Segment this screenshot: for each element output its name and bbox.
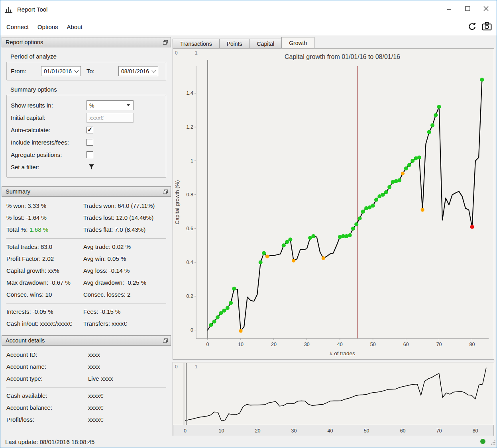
summary-options-group: Summary options Show results in: % Initi… <box>6 86 166 178</box>
account-id-value: xxxx <box>88 349 166 361</box>
avg-drawdown: Avg drawdown: -0.25 % <box>83 277 166 289</box>
status-bar: Last update: 08/01/2016 18:08:45 <box>0 436 497 448</box>
divider <box>6 303 166 303</box>
svg-text:1.4: 1.4 <box>187 90 193 96</box>
summary-row: Profit Factor: 2.02 Avg win: 0.05 % <box>2 253 171 265</box>
resize-grip[interactable] <box>490 440 496 447</box>
range-min-label: 0 <box>175 364 178 370</box>
chevron-down-icon <box>127 104 130 106</box>
to-label: To: <box>86 68 100 74</box>
initial-capital-label: Initial capital: <box>11 114 86 121</box>
tab-capital[interactable]: Capital <box>249 39 282 48</box>
menu-connect[interactable]: Connect <box>2 21 33 33</box>
show-results-dropdown[interactable]: % <box>86 100 134 110</box>
account-row: Account type: Live-xxxx <box>2 373 171 385</box>
trades-won: Trades won: 64.0 (77.11%) <box>83 200 166 212</box>
total-pct-value: 1.68 % <box>29 226 48 233</box>
auto-calculate-checkbox[interactable] <box>86 127 93 133</box>
overview-plot[interactable]: 01020304050607080 <box>173 362 494 436</box>
consec-wins: Consec. wins: 10 <box>6 289 83 301</box>
svg-text:0: 0 <box>206 342 209 347</box>
account-name-value: xxxx <box>88 361 166 373</box>
svg-text:70: 70 <box>436 428 442 434</box>
chart-overview[interactable]: 0 1 01020304050607080 <box>173 362 494 436</box>
aggregate-positions-checkbox[interactable] <box>86 151 93 158</box>
svg-text:0.2: 0.2 <box>187 293 193 299</box>
summary-row: Cash in/out: xxxx€/xxxx€ Transfers: xxxx… <box>2 318 171 330</box>
account-row: Account name: xxxx <box>2 361 171 373</box>
cash-available-label: Cash available: <box>6 390 88 402</box>
period-group: Period of analyze From: 01/01/2016 To: 0… <box>6 53 166 80</box>
svg-text:Capital growth (%): Capital growth (%) <box>174 180 180 224</box>
svg-text:0: 0 <box>184 428 187 434</box>
include-interests-fees-checkbox[interactable] <box>86 139 93 146</box>
svg-text:10: 10 <box>238 342 244 347</box>
window-title: Report Tool <box>17 6 47 13</box>
profit-factor: Profit Factor: 2.02 <box>6 253 83 265</box>
camera-icon[interactable] <box>482 22 492 31</box>
set-filter-label: Set a filter: <box>11 164 86 170</box>
avg-trade: Avg trade: 0.02 % <box>83 241 166 253</box>
minimize-button[interactable] <box>440 0 458 16</box>
summary-row: % won: 3.33 % Trades won: 64.0 (77.11%) <box>2 200 171 212</box>
svg-text:30: 30 <box>291 428 297 434</box>
filter-icon[interactable] <box>88 164 95 170</box>
menu-options[interactable]: Options <box>33 21 63 33</box>
svg-text:0: 0 <box>191 327 193 333</box>
summary-content: % won: 3.33 % Trades won: 64.0 (77.11%) … <box>2 200 171 330</box>
svg-text:40: 40 <box>328 428 333 434</box>
svg-text:60: 60 <box>403 342 409 347</box>
account-id-label: Account ID: <box>6 349 88 361</box>
account-content: Account ID: xxxx Account name: xxxx Acco… <box>2 349 171 426</box>
chevron-down-icon <box>74 68 79 72</box>
summary-row: Interests: -0.05 % Fees: -0.15 % <box>2 306 171 318</box>
left-panel: Report options Period of analyze From: 0… <box>2 37 171 426</box>
transfers: Transfers: xxxx€ <box>83 318 166 330</box>
window-controls <box>440 0 495 16</box>
float-panel-icon[interactable] <box>163 190 168 194</box>
menu-about[interactable]: About <box>63 21 87 33</box>
window-chrome: Report Tool Connect Options About <box>0 0 497 35</box>
range-min-label: 0 <box>175 50 178 56</box>
initial-capital-input[interactable] <box>86 113 134 123</box>
capital-growth: Capital growth: xx% <box>6 265 83 277</box>
max-drawdown: Max drawdown: -0.67 % <box>6 277 83 289</box>
period-group-label: Period of analyze <box>10 53 166 60</box>
summary-header: Summary <box>2 186 171 197</box>
float-panel-icon[interactable] <box>163 338 168 343</box>
maximize-button[interactable] <box>458 0 477 16</box>
to-date-value: 08/01/2016 <box>121 68 151 74</box>
auto-calculate-label: Auto-calculate: <box>11 127 86 133</box>
capital-growth-plot[interactable]: Capital growth from 01/01/16 to 08/01/16… <box>173 49 494 359</box>
chevron-down-icon <box>151 68 156 72</box>
show-results-label: Show results in: <box>11 102 86 109</box>
profit-loss-value: xxxx€ <box>88 414 166 426</box>
close-button[interactable] <box>477 0 495 16</box>
status-text: Last update: 08/01/2016 18:08:45 <box>0 438 94 445</box>
svg-text:0.8: 0.8 <box>187 192 193 198</box>
trades-flat: Trades flat: 7.0 (8.43%) <box>83 224 166 236</box>
account-row: Cash available: xxxx€ <box>2 390 171 402</box>
refresh-icon[interactable] <box>467 22 477 31</box>
include-interests-fees-label: Include interests/fees: <box>11 139 86 146</box>
svg-text:Capital growth from 01/01/16 t: Capital growth from 01/01/16 to 08/01/16 <box>285 53 400 60</box>
account-balance-value: xxxx€ <box>88 402 166 414</box>
toolbar <box>467 22 492 31</box>
tab-growth[interactable]: Growth <box>281 37 314 48</box>
svg-text:80: 80 <box>473 428 478 434</box>
summary-row: Max drawdown: -0.67 % Avg drawdown: -0.2… <box>2 277 171 289</box>
account-type-value: Live-xxxx <box>88 373 166 385</box>
tab-transactions[interactable]: Transactions <box>173 39 220 48</box>
tab-points[interactable]: Points <box>219 39 250 48</box>
svg-text:40: 40 <box>337 342 343 347</box>
summary-options-label: Summary options <box>10 86 166 93</box>
to-date-combobox[interactable]: 08/01/2016 <box>118 66 158 76</box>
profit-loss-label: Profit/loss: <box>6 414 88 426</box>
account-name-label: Account name: <box>6 361 88 373</box>
consec-losses: Consec. losses: 2 <box>83 289 166 301</box>
chart-area: Transactions Points Capital Growth 0 1 C… <box>173 37 495 436</box>
from-date-combobox[interactable]: 01/01/2016 <box>41 66 81 76</box>
divider <box>6 387 166 387</box>
capital-growth-chart[interactable]: 0 1 Capital growth from 01/01/16 to 08/0… <box>173 48 494 360</box>
float-panel-icon[interactable] <box>163 40 168 45</box>
